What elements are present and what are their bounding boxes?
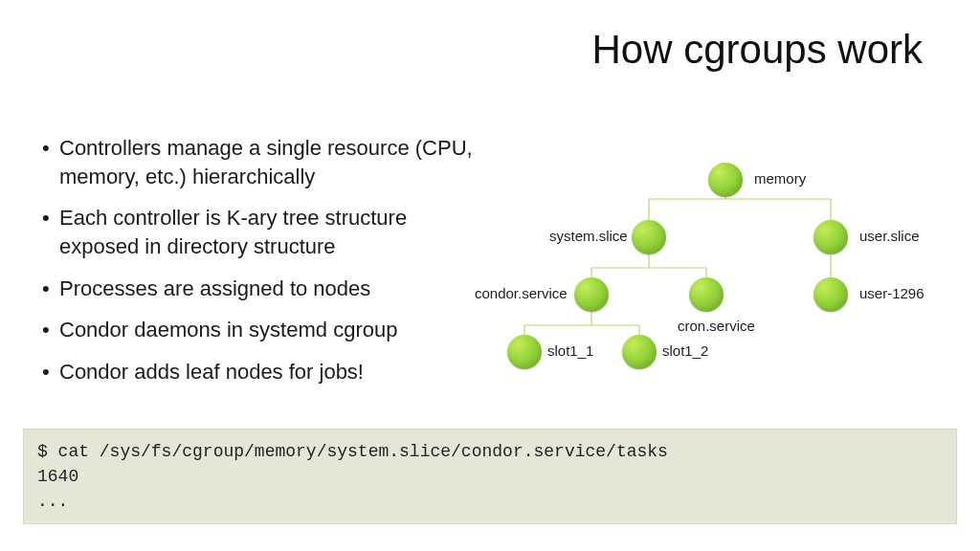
- tree-label-memory: memory: [754, 170, 806, 187]
- tree-node-condor-service: [574, 277, 609, 312]
- tree-node-slot1-1: [507, 335, 542, 369]
- code-snippet: $ cat /sys/fs/cgroup/memory/system.slice…: [23, 429, 957, 524]
- tree-label-slot1-2: slot1_2: [662, 342, 708, 359]
- bullet-item: Condor adds leaf nodes for jobs!: [42, 358, 482, 386]
- bullet-item: Condor daemons in systemd cgroup: [42, 316, 482, 344]
- tree-label-cron-service: cron.service: [678, 318, 755, 334]
- bullet-item: Each controller is K-ary tree structure …: [42, 204, 482, 260]
- bullet-item: Processes are assigned to nodes: [42, 275, 482, 303]
- cgroup-tree-diagram: memory system.slice user.slice condor.se…: [488, 143, 967, 392]
- tree-node-user-1296: [813, 277, 848, 312]
- tree-label-user-slice: user.slice: [859, 228, 920, 244]
- tree-label-system-slice: system.slice: [549, 228, 628, 244]
- tree-node-memory: [708, 163, 743, 197]
- bullet-list: Controllers manage a single resource (CP…: [42, 134, 482, 400]
- slide-title: How cgroups work: [592, 27, 923, 73]
- tree-node-system-slice: [632, 220, 666, 254]
- tree-label-slot1-1: slot1_1: [547, 342, 593, 359]
- tree-node-slot1-2: [622, 335, 657, 369]
- tree-node-cron-service: [689, 277, 724, 312]
- tree-node-user-slice: [813, 220, 848, 254]
- bullet-item: Controllers manage a single resource (CP…: [42, 134, 482, 190]
- tree-label-user-1296: user-1296: [859, 285, 924, 301]
- tree-label-condor-service: condor.service: [475, 285, 568, 301]
